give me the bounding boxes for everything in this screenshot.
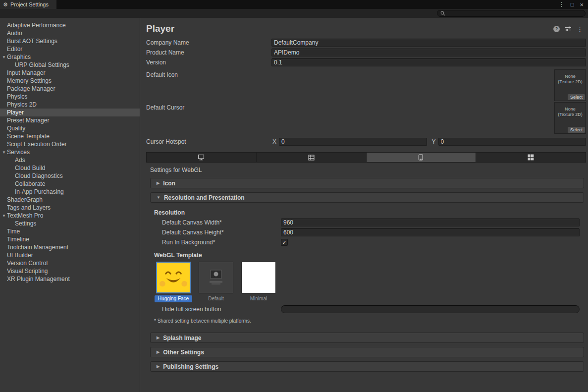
run-in-background-label: Run In Background* <box>162 239 281 246</box>
foldout-arrow-icon: ▶ <box>157 336 160 340</box>
default-cursor-select-button[interactable]: Select <box>568 127 585 133</box>
sidebar-item-xr-plugin-management[interactable]: XR Plugin Management <box>0 275 140 283</box>
platform-tab-standalone[interactable] <box>147 153 257 162</box>
search-field[interactable] <box>437 10 586 17</box>
canvas-width-field[interactable] <box>281 219 580 226</box>
webgl-template-subheading: WebGL Template <box>154 250 584 260</box>
preset-icon[interactable] <box>565 26 572 32</box>
sidebar-item-package-manager[interactable]: Package Manager <box>0 85 140 93</box>
sidebar-item-toolchain-management[interactable]: Toolchain Management <box>0 243 140 251</box>
product-name-field[interactable] <box>271 49 586 56</box>
foldout-arrow-icon[interactable]: ▼ <box>1 214 7 218</box>
monitor-icon <box>198 154 205 161</box>
platform-tab-webgl[interactable] <box>367 153 477 162</box>
window-titlebar: ⚙ Project Settings ⋮ □ × <box>0 0 588 9</box>
sidebar-item-adaptive-performance[interactable]: Adaptive Performance <box>0 21 140 29</box>
window-menu-icon[interactable]: ⋮ <box>559 1 565 7</box>
sidebar-item-memory-settings[interactable]: Memory Settings <box>0 77 140 85</box>
sidebar-item-graphics[interactable]: ▼Graphics <box>0 53 140 61</box>
company-name-field[interactable] <box>271 39 586 47</box>
canvas-height-label: Default Canvas Height* <box>162 229 281 236</box>
sidebar-item-collaborate[interactable]: Collaborate <box>0 180 140 188</box>
sidebar-item-timeline[interactable]: Timeline <box>0 235 140 243</box>
sidebar-item-cloud-diagnostics[interactable]: Cloud Diagnostics <box>0 172 140 180</box>
canvas-width-label: Default Canvas Width* <box>162 219 281 226</box>
maximize-icon[interactable]: □ <box>571 2 574 7</box>
sidebar-item-services[interactable]: ▼Services <box>0 148 140 156</box>
sidebar-item-visual-scripting[interactable]: Visual Scripting <box>0 267 140 275</box>
sidebar-item-cloud-build[interactable]: Cloud Build <box>0 164 140 172</box>
sidebar-item-tags-and-layers[interactable]: Tags and Layers <box>0 204 140 212</box>
foldout-arrow-icon: ▶ <box>157 350 160 354</box>
section-resolution-and-presentation[interactable]: ▼ Resolution and Presentation <box>150 192 584 203</box>
platform-tab-dedicated-server[interactable] <box>257 153 367 162</box>
section-splash-image[interactable]: ▶ Splash Image <box>150 333 584 343</box>
version-field[interactable] <box>271 58 586 66</box>
search-input[interactable] <box>447 10 582 16</box>
sidebar-item-editor[interactable]: Editor <box>0 45 140 53</box>
section-publishing-title: Publishing Settings <box>163 363 218 370</box>
sidebar-item-player[interactable]: Player <box>0 109 140 116</box>
section-splash-title: Splash Image <box>163 335 201 341</box>
section-resolution-title: Resolution and Presentation <box>164 194 245 201</box>
sidebar-item-textmesh-pro[interactable]: ▼TextMesh Pro <box>0 212 140 220</box>
canvas-height-field[interactable] <box>281 228 580 236</box>
shared-setting-footnote: * Shared setting between multiple platfo… <box>154 318 584 324</box>
player-settings-panel: Player ? ⋮ Company Name Product Name Ver… <box>140 18 588 392</box>
search-icon <box>440 11 445 16</box>
sidebar-item-time[interactable]: Time <box>0 227 140 235</box>
checkmark-icon: ✓ <box>282 239 286 246</box>
resolution-section-body: Resolution Default Canvas Width* Default… <box>150 207 584 333</box>
sidebar-item-preset-manager[interactable]: Preset Manager <box>0 116 140 124</box>
webgl-template-picker: Hugging Face Default <box>154 260 584 302</box>
hugging-face-thumbnail <box>156 262 191 293</box>
run-in-background-checkbox[interactable]: ✓ <box>281 239 288 246</box>
sidebar-item-ads[interactable]: Ads <box>0 156 140 164</box>
hotspot-x-field[interactable] <box>279 138 427 146</box>
foldout-arrow-icon[interactable]: ▼ <box>1 55 7 59</box>
sidebar-item-textmesh-settings[interactable]: Settings <box>0 220 140 227</box>
hide-fullscreen-label: Hide full screen button <box>162 306 281 313</box>
context-menu-icon[interactable]: ⋮ <box>577 25 583 33</box>
sidebar-item-urp-global-settings[interactable]: URP Global Settings <box>0 61 140 69</box>
template-hugging-face[interactable]: Hugging Face <box>154 262 193 302</box>
project-settings-tab[interactable]: ⚙ Project Settings <box>0 0 56 9</box>
close-icon[interactable]: × <box>580 1 584 8</box>
sidebar-item-in-app-purchasing[interactable]: In-App Purchasing <box>0 188 140 196</box>
sidebar-item-input-manager[interactable]: Input Manager <box>0 69 140 77</box>
default-cursor-object-field[interactable]: None (Texture 2D) Select <box>554 102 586 134</box>
minimal-template-thumbnail <box>241 262 276 293</box>
sidebar-item-ui-builder[interactable]: UI Builder <box>0 251 140 259</box>
default-icon-object-field[interactable]: None (Texture 2D) Select <box>554 69 586 101</box>
sidebar-item-physics[interactable]: Physics <box>0 93 140 101</box>
sidebar-item-audio[interactable]: Audio <box>0 29 140 37</box>
sidebar-item-physics-2d[interactable]: Physics 2D <box>0 101 140 109</box>
sidebar-item-script-execution-order[interactable]: Script Execution Order <box>0 140 140 148</box>
default-cursor-label: Default Cursor <box>146 102 271 111</box>
sidebar-item-shadergraph[interactable]: ShaderGraph <box>0 196 140 204</box>
sidebar-item-burst-aot-settings[interactable]: Burst AOT Settings <box>0 37 140 45</box>
section-other-settings[interactable]: ▶ Other Settings <box>150 347 584 357</box>
platform-tab-windows-store[interactable] <box>476 153 586 162</box>
foldout-arrow-icon[interactable]: ▼ <box>1 150 7 155</box>
template-default[interactable]: Default <box>197 262 235 302</box>
hide-fullscreen-field[interactable] <box>281 305 580 313</box>
section-icon[interactable]: ▶ Icon <box>150 178 584 188</box>
default-icon-select-button[interactable]: Select <box>568 94 585 100</box>
section-publishing-settings[interactable]: ▶ Publishing Settings <box>150 361 584 372</box>
hotspot-y-field[interactable] <box>438 138 586 146</box>
texture-none-value: None (Texture 2D) <box>555 103 586 117</box>
help-icon[interactable]: ? <box>553 26 560 32</box>
template-label: Default <box>208 296 224 302</box>
sidebar-item-version-control[interactable]: Version Control <box>0 259 140 267</box>
template-label: Minimal <box>250 296 267 302</box>
settings-category-list: Adaptive Performance Audio Burst AOT Set… <box>0 18 140 392</box>
resolution-subheading: Resolution <box>154 208 584 218</box>
texture-none-value: None (Texture 2D) <box>555 70 586 85</box>
device-icon <box>418 154 424 161</box>
template-minimal[interactable]: Minimal <box>239 262 278 302</box>
sidebar-item-quality[interactable]: Quality <box>0 124 140 132</box>
section-icon-title: Icon <box>163 180 175 187</box>
default-template-preview <box>205 267 227 288</box>
sidebar-item-scene-template[interactable]: Scene Template <box>0 132 140 140</box>
